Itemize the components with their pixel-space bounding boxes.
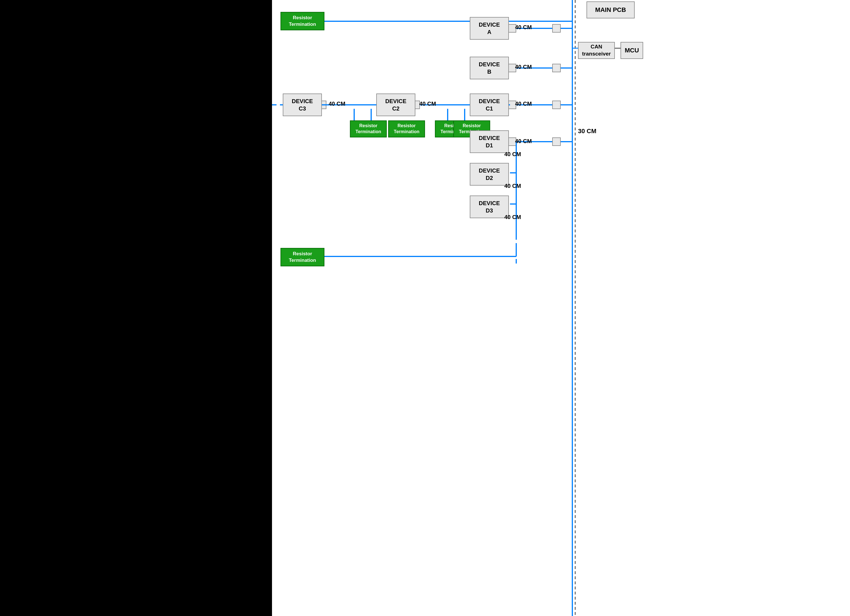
device-c2: DEVICEC2	[376, 94, 415, 116]
device-c3: DEVICEC3	[283, 94, 322, 116]
dist-label-d1: 40 CM	[515, 138, 532, 145]
diagram-area: MAIN PCB Resistor Termination DEVICEA 40…	[272, 0, 850, 616]
dist-label-c2-c3: 40 CM	[329, 100, 346, 107]
resistor-termination-bottom: ResistorTermination	[280, 248, 325, 266]
device-d2: DEVICED2	[470, 163, 509, 185]
dist-label-d4: 40 CM	[504, 214, 521, 220]
svg-rect-23	[508, 138, 516, 146]
resistor-termination-top: Resistor Termination	[280, 12, 325, 30]
svg-rect-4	[508, 24, 516, 32]
resistor-termination-c2-left: ResistorTermination	[350, 120, 387, 138]
dist-label-d2: 40 CM	[504, 151, 521, 157]
svg-rect-5	[552, 24, 560, 32]
dist-label-main: 30 CM	[578, 127, 596, 135]
device-d3: DEVICED3	[470, 196, 509, 218]
svg-rect-7	[508, 64, 516, 72]
svg-rect-8	[552, 64, 560, 72]
main-pcb-label: MAIN PCB	[587, 1, 635, 18]
dist-label-a: 40 CM	[515, 24, 532, 31]
dist-label-b: 40 CM	[515, 64, 532, 70]
device-a: DEVICEA	[470, 17, 509, 40]
dist-label-d3: 40 CM	[504, 183, 521, 189]
device-d1: DEVICED1	[470, 130, 509, 153]
resistor-termination-c2-right: ResistorTermination	[388, 120, 425, 138]
device-c1: DEVICEC1	[470, 94, 509, 116]
network-diagram-svg	[272, 0, 850, 616]
mcu-label: MCU	[621, 42, 643, 59]
svg-rect-24	[552, 138, 560, 146]
device-b: DEVICEB	[470, 57, 509, 79]
dist-label-c1-c2: 40 CM	[419, 100, 436, 107]
svg-rect-10	[508, 101, 516, 109]
svg-rect-11	[552, 101, 560, 109]
dist-label-c1: 40 CM	[515, 100, 532, 107]
can-transceiver-label: CANtransceiver	[578, 42, 615, 59]
